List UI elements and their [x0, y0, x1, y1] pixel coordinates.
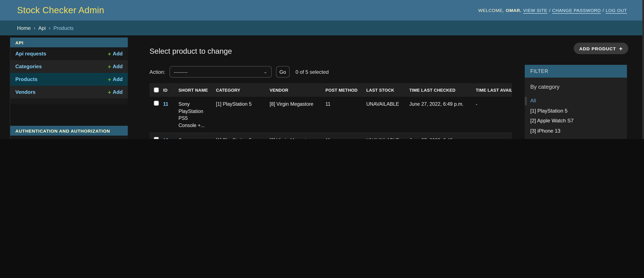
sidebar-item-groups[interactable]: Groups + Add — [10, 136, 128, 139]
change-password-link[interactable]: CHANGE PASSWORD — [552, 8, 601, 13]
cell-category: [1] PlayStation 5 — [216, 133, 270, 139]
user-tools: WELCOME, OMAR. VIEW SITE / CHANGE PASSWO… — [478, 8, 627, 13]
filter-option-category[interactable]: [1] PlayStation 5 — [530, 106, 622, 116]
cell-short-name: Sony PlayStation PS5 Console +... — [178, 133, 216, 139]
add-product-button[interactable]: ADD PRODUCT + — [574, 43, 628, 54]
go-button[interactable]: Go — [276, 66, 290, 78]
col-header-last-stock[interactable]: LAST STOCK — [366, 88, 409, 92]
filter-heading-category: By category — [530, 84, 622, 90]
vendors-link[interactable]: Vendors — [15, 89, 36, 95]
col-header-category[interactable]: CATEGORY — [216, 88, 270, 92]
table-row: 10 Sony PlayStation PS5 Console +... [1]… — [150, 133, 512, 139]
select-all-checkbox[interactable] — [154, 87, 159, 93]
cell-time-last-available: - — [476, 97, 512, 133]
plus-icon: + — [108, 64, 111, 69]
sidebar-item-api-requests[interactable]: Api requests + Add — [10, 47, 128, 60]
action-select[interactable]: --------- ⌄ — [169, 66, 272, 78]
sidebar-item-vendors[interactable]: Vendors + Add — [10, 86, 128, 99]
add-api-request-link[interactable]: Add — [113, 51, 123, 57]
cell-post-method: 11 — [326, 97, 366, 133]
col-header-short-name[interactable]: SHORT NAME — [178, 88, 216, 92]
page-title: Select product to change — [150, 47, 525, 56]
col-header-vendor[interactable]: VENDOR — [270, 88, 326, 92]
cell-id: 10 — [163, 133, 178, 139]
cell-time-last-checked: June 27, 2022, 6:49 p.m. — [409, 133, 476, 139]
product-id-link[interactable]: 10 — [163, 138, 169, 139]
plus-icon: + — [108, 51, 111, 57]
cell-vendor: [8] Virgin Megastore — [270, 97, 326, 133]
filter-option-category[interactable]: [3] iPhone 13 — [530, 126, 622, 136]
filter-option-category[interactable]: - — [530, 136, 622, 139]
plus-icon: + — [108, 77, 111, 82]
add-vendor-link[interactable]: Add — [113, 89, 123, 95]
plus-icon: + — [108, 89, 111, 95]
cell-time-last-available: - — [476, 133, 512, 139]
breadcrumb: Home › Api › Products — [0, 21, 644, 35]
action-select-value: --------- — [174, 69, 188, 74]
cell-post-method: 11 — [326, 133, 366, 139]
filter-group-category: By category All [1] PlayStation 5 [2] Ap… — [525, 78, 627, 139]
sidebar-section-title-api: API — [10, 38, 128, 47]
view-site-link[interactable]: VIEW SITE — [523, 8, 547, 13]
filter-panel: FILTER By category All [1] PlayStation 5… — [525, 65, 627, 139]
products-link[interactable]: Products — [15, 76, 38, 82]
page-scrollbar[interactable] — [642, 0, 644, 139]
sidebar-item-categories[interactable]: Categories + Add — [10, 60, 128, 73]
sidebar-spacer-row — [10, 99, 128, 104]
cell-vendor: [8] Virgin Megastore — [270, 133, 326, 139]
col-header-id[interactable]: ID — [163, 88, 178, 92]
cell-short-name: Sony PlayStation PS5 Console +... — [178, 97, 216, 133]
add-api-request[interactable]: + Add — [108, 51, 123, 57]
chevron-down-icon: ⌄ — [264, 69, 267, 75]
separator: / — [549, 8, 550, 13]
add-product-sidebar[interactable]: + Add — [108, 76, 123, 82]
selection-status: 0 of 5 selected — [296, 69, 328, 75]
api-requests-link[interactable]: Api requests — [15, 51, 46, 57]
products-table: ID SHORT NAME CATEGORY VENDOR POST METHO… — [150, 83, 512, 139]
sidebar-module-api: API Api requests + Add Categories + Add … — [10, 38, 128, 104]
filter-title: FILTER — [525, 65, 627, 78]
welcome-text: WELCOME, — [478, 8, 504, 13]
changelist-main: Select product to change Action: -------… — [128, 35, 525, 139]
cell-time-last-checked: June 27, 2022, 6:49 p.m. — [409, 97, 476, 133]
sidebar-module-auth: AUTHENTICATION AND AUTHORIZATION Groups … — [10, 126, 128, 139]
add-category-link[interactable]: Add — [113, 64, 123, 70]
cell-id: 11 — [163, 97, 178, 133]
row-checkbox-cell — [150, 133, 163, 139]
username: OMAR. — [506, 8, 522, 13]
action-label: Action: — [150, 69, 165, 75]
log-out-link[interactable]: LOG OUT — [606, 8, 627, 13]
separator: / — [602, 8, 604, 13]
col-header-post-method[interactable]: POST METHOD — [326, 88, 366, 92]
col-header-time-last-checked[interactable]: TIME LAST CHECKED — [409, 88, 476, 92]
filter-option-category[interactable]: [2] Apple Watch S7 — [530, 116, 622, 126]
add-vendor[interactable]: + Add — [108, 89, 123, 95]
add-category[interactable]: + Add — [108, 64, 123, 70]
breadcrumb-home[interactable]: Home — [17, 25, 31, 31]
header-checkbox-cell — [150, 87, 163, 93]
row-checkbox-cell — [150, 97, 163, 133]
sidebar-item-products[interactable]: Products + Add — [10, 73, 128, 86]
sidebar-section-title-auth: AUTHENTICATION AND AUTHORIZATION — [10, 126, 128, 136]
plus-icon: + — [619, 45, 623, 51]
cell-last-stock: UNAVAILABLE — [366, 133, 409, 139]
row-checkbox[interactable] — [154, 101, 159, 106]
app-header: Stock Checker Admin WELCOME, OMAR. VIEW … — [0, 0, 644, 21]
site-title-link[interactable]: Stock Checker Admin — [17, 5, 104, 15]
product-id-link[interactable]: 11 — [163, 102, 168, 107]
table-header-row: ID SHORT NAME CATEGORY VENDOR POST METHO… — [150, 83, 512, 97]
add-product-label: ADD PRODUCT — [579, 46, 616, 51]
stock-checker-admin-page: Stock Checker Admin WELCOME, OMAR. VIEW … — [0, 0, 644, 139]
sidebar-collapse-strip: « — [0, 35, 10, 139]
breadcrumb-separator: › — [49, 25, 50, 31]
col-header-time-last-available[interactable]: TIME LAST AVAILABLE — [476, 88, 512, 92]
table-row: 11 Sony PlayStation PS5 Console +... [1]… — [150, 97, 512, 133]
breadcrumb-separator: › — [34, 25, 35, 31]
app-sidebar: API Api requests + Add Categories + Add … — [10, 38, 128, 139]
categories-link[interactable]: Categories — [15, 64, 42, 70]
filter-option-all-categories[interactable]: All — [530, 96, 622, 106]
breadcrumb-api[interactable]: Api — [38, 25, 46, 31]
cell-last-stock: UNAVAILABLE — [366, 97, 409, 133]
add-product-sidebar-link[interactable]: Add — [113, 76, 123, 82]
row-checkbox[interactable] — [154, 137, 159, 139]
